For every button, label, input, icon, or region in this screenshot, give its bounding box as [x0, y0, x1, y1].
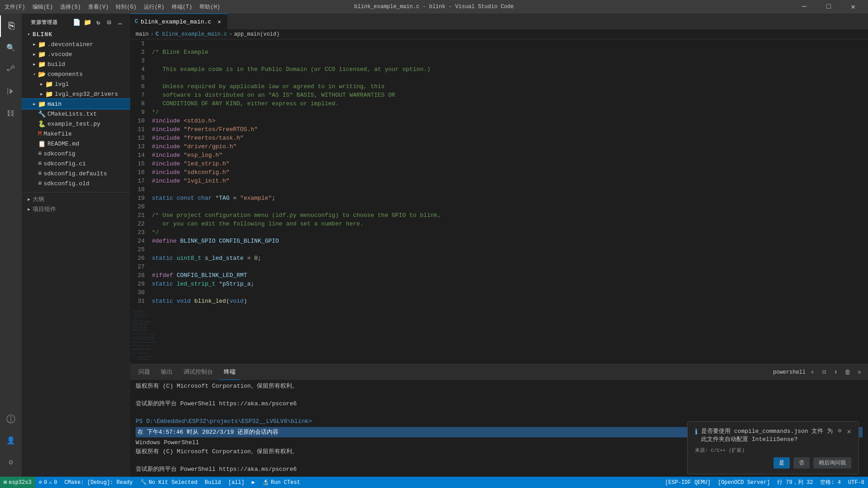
- account-activity-icon[interactable]: 👤: [0, 430, 22, 451]
- chevron-right-icon: ▶: [38, 92, 45, 97]
- sidebar-item-project-components[interactable]: ▶ 项目组件: [22, 204, 130, 214]
- sidebar-item-cmakelists[interactable]: 🔧 CMakeLists.txt: [22, 109, 130, 119]
- explorer-activity-icon[interactable]: ⎘: [0, 15, 22, 37]
- remote-activity-icon[interactable]: [0, 408, 22, 430]
- tab-label: blink_example_main.c: [141, 19, 211, 25]
- notification-yes-button[interactable]: 是: [774, 457, 790, 469]
- project-name: BLINK: [33, 31, 52, 38]
- status-encoding[interactable]: UTF-8: [844, 477, 868, 488]
- line-numbers: 12345 678910 1112131415 1617181920 21222…: [130, 39, 148, 306]
- new-folder-button[interactable]: 📁: [83, 18, 92, 27]
- sidebar-item-lvgl-esp32-drivers[interactable]: ▶ 📁 lvgl_esp32_drivers: [22, 89, 130, 99]
- notification-close-button[interactable]: ✕: [847, 427, 851, 436]
- c-icon: C: [156, 31, 162, 38]
- menu-run[interactable]: 运行(R): [144, 3, 165, 11]
- sidebar-item-sdkconfig-old[interactable]: ≡ sdkconfig.old: [22, 178, 130, 188]
- item-label: sdkconfig: [43, 150, 75, 157]
- panel-tab-output[interactable]: 输出: [156, 364, 177, 380]
- status-esp-idf-qemu[interactable]: [ESP-IDF QEMU]: [661, 477, 714, 488]
- warning-count: 0: [54, 479, 57, 486]
- notification-no-button[interactable]: 否: [793, 457, 810, 469]
- item-label: README.md: [47, 141, 79, 147]
- refresh-button[interactable]: ↻: [94, 18, 103, 27]
- sidebar-item-vscode[interactable]: ▶ 📁 .vscode: [22, 49, 130, 59]
- panel-tab-terminal[interactable]: 终端: [219, 364, 240, 380]
- sidebar-item-outline[interactable]: ▶ 大纲: [22, 194, 130, 204]
- settings-activity-icon[interactable]: ⚙: [0, 451, 22, 473]
- new-file-button[interactable]: 📄: [72, 18, 81, 27]
- close-button[interactable]: ✕: [843, 0, 863, 14]
- sidebar-item-lvgl[interactable]: ▶ 📁 lvgl: [22, 79, 130, 89]
- source-control-activity-icon[interactable]: [0, 59, 22, 80]
- maximize-panel-button[interactable]: ⬆: [831, 367, 841, 377]
- file-icon: ≡: [38, 150, 42, 157]
- menu-terminal[interactable]: 终端(T): [172, 3, 193, 11]
- maximize-button[interactable]: □: [818, 0, 839, 14]
- panel-tab-problems[interactable]: 问题: [134, 364, 155, 380]
- notification-popup: ℹ 是否要使用 compile_commands.json 文件 为此文件夹自动…: [687, 421, 859, 474]
- status-errors[interactable]: ⊘ 0 ⚠ 0: [35, 477, 61, 488]
- chevron-down-icon: ▾: [31, 72, 38, 77]
- menu-goto[interactable]: 转到(G): [116, 3, 137, 11]
- window-controls[interactable]: ─ □ ✕: [794, 0, 863, 14]
- breadcrumb-file[interactable]: C blink_example_main.c: [156, 31, 227, 38]
- error-count: 0: [44, 479, 47, 486]
- extensions-activity-icon[interactable]: [0, 102, 22, 124]
- sidebar-item-readme[interactable]: 📋 README.md: [22, 139, 130, 149]
- sidebar-actions[interactable]: 📄 📁 ↻ ⊟ …: [72, 18, 125, 27]
- status-build-all[interactable]: [all]: [225, 477, 248, 488]
- kill-terminal-button[interactable]: 🗑: [843, 367, 853, 377]
- minimize-button[interactable]: ─: [794, 0, 815, 14]
- editor-area: 12345 678910 1112131415 1617181920 21222…: [130, 39, 868, 364]
- menu-help[interactable]: 帮助(H): [199, 3, 220, 11]
- menu-edit[interactable]: 编辑(E): [33, 3, 53, 11]
- status-line-col[interactable]: 行 79，列 32: [774, 477, 816, 488]
- notification-ask-later-button[interactable]: 稍后询问我: [813, 457, 851, 469]
- menu-file[interactable]: 文件(F): [5, 3, 25, 11]
- breadcrumb-filename[interactable]: blink_example_main.c: [162, 31, 227, 38]
- item-label: sdkconfig.ci: [43, 160, 86, 167]
- tab-close-button[interactable]: ✕: [216, 18, 223, 25]
- sidebar-item-sdkconfig-defaults[interactable]: ≡ sdkconfig.defaults: [22, 169, 130, 178]
- status-debug-run[interactable]: ▶: [248, 477, 259, 488]
- status-build[interactable]: Build: [201, 477, 225, 488]
- code-editor[interactable]: 12345 678910 1112131415 1617181920 21222…: [130, 39, 868, 364]
- add-terminal-button[interactable]: +: [807, 367, 817, 377]
- project-root-item[interactable]: ▾ BLINK: [22, 29, 130, 39]
- sidebar-item-components[interactable]: ▾ 📂 components: [22, 69, 130, 79]
- status-cmake[interactable]: CMake: [Debug]: Ready: [61, 477, 137, 488]
- status-spaces[interactable]: 空格: 4: [816, 477, 844, 488]
- item-label: components: [47, 71, 83, 78]
- item-label: .vscode: [47, 51, 72, 58]
- sidebar-item-makefile[interactable]: M Makefile: [22, 129, 130, 139]
- breadcrumb-symbol[interactable]: app_main(void): [234, 31, 280, 38]
- sidebar-item-sdkconfig-ci[interactable]: ≡ sdkconfig.ci: [22, 159, 130, 169]
- notification-gear-icon[interactable]: ⚙: [838, 427, 842, 434]
- close-panel-button[interactable]: ✕: [854, 367, 864, 377]
- breadcrumb-main[interactable]: main: [136, 31, 149, 38]
- split-terminal-button[interactable]: ⊟: [819, 367, 829, 377]
- openocd-label: [OpenOCD Server]: [718, 479, 770, 486]
- sidebar-item-example-test[interactable]: 🐍 example_test.py: [22, 119, 130, 129]
- panel-tab-debug-console[interactable]: 调试控制台: [179, 364, 217, 380]
- code-content[interactable]: 12345 678910 1112131415 1617181920 21222…: [130, 39, 868, 306]
- line-col-label: 行 79，列 32: [777, 479, 813, 486]
- sidebar-item-main[interactable]: ▶ 📁 main: [22, 99, 130, 109]
- collapse-all-button[interactable]: ⊟: [105, 18, 114, 27]
- sidebar-item-sdkconfig[interactable]: ≡ sdkconfig: [22, 149, 130, 159]
- menu-select[interactable]: 选择(S): [60, 3, 81, 11]
- panel-tabs-bar: 问题 输出 调试控制台 终端 powershell + ⊟ ⬆ 🗑 ✕: [130, 364, 868, 380]
- run-debug-activity-icon[interactable]: [0, 80, 22, 102]
- sidebar-item-devcontainer[interactable]: ▶ 📁 .devcontainer: [22, 39, 130, 49]
- menu-view[interactable]: 查看(V): [88, 3, 109, 11]
- search-activity-icon[interactable]: 🔍: [0, 37, 22, 59]
- status-remote[interactable]: ⊞ esp32s3: [0, 477, 35, 488]
- status-run-ctest[interactable]: 🔬 Run CTest: [259, 477, 304, 488]
- sidebar-item-build[interactable]: ▶ 📁 build: [22, 59, 130, 69]
- tab-blink-main[interactable]: C blink_example_main.c ✕: [130, 14, 227, 29]
- menu-bar[interactable]: 文件(F) 编辑(E) 选择(S) 查看(V) 转到(G) 运行(R) 终端(T…: [5, 3, 220, 11]
- status-openocd[interactable]: [OpenOCD Server]: [714, 477, 774, 488]
- more-actions-button[interactable]: …: [116, 18, 125, 27]
- status-no-kit[interactable]: 🔧 No Kit Selected: [137, 477, 201, 488]
- cmake-file-icon: 🔧: [38, 110, 46, 118]
